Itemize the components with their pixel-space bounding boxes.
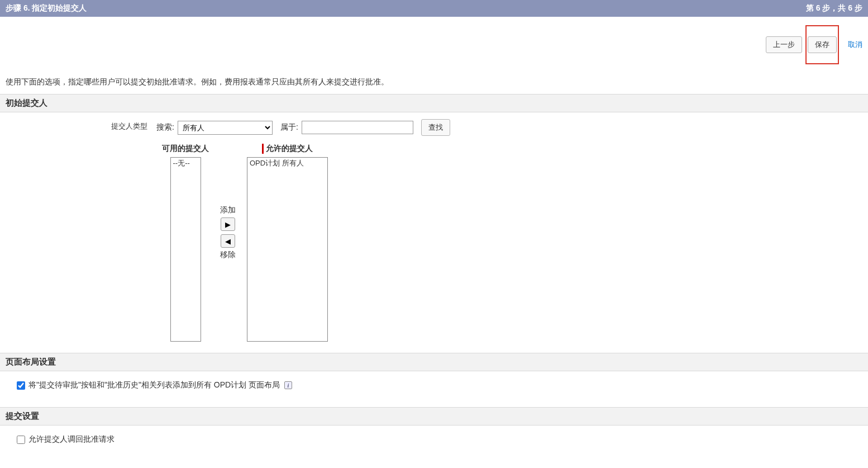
previous-button[interactable]: 上一步	[766, 36, 802, 53]
search-label: 搜索:	[156, 122, 174, 133]
submit-settings-checkbox-row: 允许提交人调回批准请求	[0, 426, 868, 461]
available-header: 可用的提交人	[162, 144, 209, 154]
remove-label: 移除	[220, 250, 236, 260]
add-button[interactable]: ▶	[221, 218, 235, 231]
add-label: 添加	[220, 205, 236, 215]
submitter-type-row: 提交人类型 搜索: 所有人 属于: 查找	[0, 112, 868, 136]
available-listbox[interactable]: --无--	[170, 157, 201, 342]
allowed-column: 允许的提交人 OPD计划 所有人	[247, 144, 328, 342]
page-description: 使用下面的选项，指定哪些用户可以提交初始批准请求。例如，费用报表通常只应由其所有…	[0, 73, 868, 94]
page-layout-checkbox-label: 将"提交待审批"按钮和"批准历史"相关列表添加到所有 OPD计划 页面布局	[28, 380, 280, 390]
info-icon[interactable]: i	[284, 381, 292, 389]
section-page-layout: 页面布局设置	[0, 353, 868, 371]
find-button[interactable]: 查找	[421, 119, 450, 136]
save-button[interactable]: 保存	[808, 36, 837, 53]
page-layout-checkbox[interactable]	[17, 381, 25, 390]
step-title: 步骤 6. 指定初始提交人	[6, 3, 87, 13]
submitter-type-label: 提交人类型	[6, 119, 156, 131]
cancel-link[interactable]: 取消	[848, 40, 862, 50]
search-controls: 搜索: 所有人 属于: 查找	[156, 119, 450, 136]
recall-checkbox-label: 允许提交人调回批准请求	[28, 434, 115, 445]
page-layout-checkbox-row: 将"提交待审批"按钮和"批准历史"相关列表添加到所有 OPD计划 页面布局 i	[0, 371, 868, 407]
search-select[interactable]: 所有人	[178, 121, 273, 135]
save-highlight-box: 保存	[805, 25, 839, 64]
list-item[interactable]: --无--	[171, 158, 201, 169]
step-indicator: 第 6 步，共 6 步	[806, 3, 862, 13]
step-header-bar: 步骤 6. 指定初始提交人 第 6 步，共 6 步	[0, 0, 868, 17]
allowed-listbox[interactable]: OPD计划 所有人	[247, 157, 328, 342]
action-bar: 上一步 保存 取消	[0, 17, 868, 73]
duellist-container: 可用的提交人 --无-- 添加 ▶ ◀ 移除 允许的提交人 OPD计划 所有人	[0, 136, 868, 353]
arrow-right-icon: ▶	[225, 220, 231, 229]
allowed-header: 允许的提交人	[262, 144, 313, 154]
available-column: 可用的提交人 --无--	[162, 144, 209, 342]
remove-button[interactable]: ◀	[221, 234, 235, 248]
list-item[interactable]: OPD计划 所有人	[247, 158, 327, 169]
belongs-input[interactable]	[302, 121, 413, 134]
transfer-controls: 添加 ▶ ◀ 移除	[209, 205, 247, 260]
section-initial-submitter: 初始提交人	[0, 94, 868, 112]
belongs-label: 属于:	[280, 122, 298, 133]
section-submit-settings: 提交设置	[0, 407, 868, 426]
arrow-left-icon: ◀	[225, 237, 231, 245]
recall-checkbox[interactable]	[17, 436, 25, 444]
